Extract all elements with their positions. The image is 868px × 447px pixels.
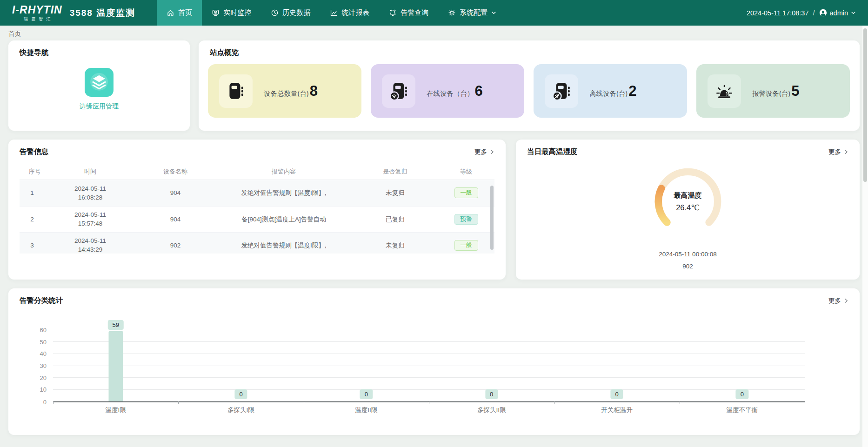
stat-label: 报警设备(台) [752, 89, 790, 98]
max-temp-more-link[interactable]: 更多 [828, 148, 848, 156]
top-navbar: I-RHYTIN 瑞霆智汇 3588 温度监测 首页实时监控历史数据统计报表告警… [0, 0, 868, 26]
x-axis-category-label: 多探头I限 [227, 406, 254, 414]
x-axis-category-label: 温度II限 [355, 406, 377, 414]
x-axis-category-label: 开关柜温升 [601, 406, 633, 414]
stat-value: 5 [791, 84, 799, 98]
column-header: 序号 [20, 163, 45, 180]
gauge-device: 902 [516, 263, 860, 270]
stat-card-device-online: 在线设备（台）6 [371, 64, 524, 118]
layers-icon [85, 68, 114, 97]
max-temp-more-label: 更多 [828, 148, 841, 156]
logo-text-cn: 瑞霆智汇 [12, 17, 62, 21]
device-offline-icon [545, 74, 578, 108]
row-top: 快捷导航 边缘应用管理 站点概览 设备总数量(台)8在线设备（台）6离线设备(台… [8, 40, 860, 131]
user-menu[interactable]: admin [819, 9, 856, 17]
stat-card-device: 设备总数量(台)8 [208, 64, 361, 118]
x-axis-category-label: 多探头II限 [477, 406, 506, 414]
main-content: 快捷导航 边缘应用管理 站点概览 设备总数量(台)8在线设备（台）6离线设备(台… [0, 40, 868, 435]
bar-value-label: 0 [610, 389, 623, 399]
nav-item-label: 历史数据 [282, 8, 310, 17]
main-nav: 首页实时监控历史数据统计报表告警查询系统配置 [157, 0, 506, 26]
edge-app-label: 边缘应用管理 [80, 102, 119, 111]
alarm-info-title: 告警信息 [20, 147, 48, 157]
site-overview-title: 站点概览 [210, 48, 239, 58]
y-axis-tick-label: 30 [40, 362, 47, 369]
table-scrollbar-thumb[interactable] [490, 186, 494, 250]
navbar-right: 2024-05-11 17:08:37 / admin [747, 9, 856, 17]
column-header: 等级 [438, 163, 494, 180]
report-icon [330, 9, 338, 17]
chevron-down-icon [851, 10, 856, 15]
bar-value-label: 0 [360, 389, 373, 399]
stat-value: 6 [475, 84, 483, 98]
nav-item-label: 首页 [178, 8, 192, 17]
x-axis-tick [304, 401, 304, 404]
alarm-stats-title: 告警分类统计 [20, 296, 63, 306]
nav-item-gear[interactable]: 系统配置 [438, 0, 506, 26]
chevron-right-icon [843, 149, 848, 154]
camera-icon [212, 9, 220, 17]
y-axis-tick-label: 40 [40, 350, 47, 357]
level-badge: 一般 [454, 187, 478, 198]
level-badge: 预警 [454, 214, 478, 225]
y-axis-tick-label: 0 [43, 399, 47, 406]
column-header: 设备名称 [136, 163, 215, 180]
dashboard-page: I-RHYTIN 瑞霆智汇 3588 温度监测 首页实时监控历史数据统计报表告警… [0, 0, 868, 447]
user-avatar-icon [819, 9, 827, 17]
x-axis-category-label: 温度I限 [106, 406, 126, 414]
alarm-more-link[interactable]: 更多 [474, 148, 494, 156]
quick-nav-card: 快捷导航 边缘应用管理 [8, 40, 190, 131]
level-badge: 一般 [454, 240, 478, 251]
datetime-text: 2024-05-11 17:08:37 [747, 9, 809, 17]
nav-item-clock[interactable]: 历史数据 [261, 0, 320, 26]
gridline [53, 377, 805, 378]
app-title: 3588 温度监测 [70, 7, 136, 19]
nav-item-home[interactable]: 首页 [157, 0, 202, 26]
nav-item-report[interactable]: 统计报表 [320, 0, 379, 26]
edge-app-launcher[interactable]: 边缘应用管理 [8, 68, 190, 111]
alarm-info-card: 告警信息 更多 序号时间设备名称报警内容是否复归等级 12024-05-1116… [8, 140, 506, 280]
alarm-row: 22024-05-1115:57:48904备[904]测点[温度上A]告警自动… [20, 206, 494, 232]
chevron-down-icon [491, 10, 496, 15]
y-axis-tick-label: 10 [40, 386, 47, 393]
page-scrollbar[interactable] [862, 26, 868, 447]
nav-item-bell[interactable]: 告警查询 [379, 0, 438, 26]
page-scrollbar-thumb[interactable] [863, 28, 867, 182]
device-icon [219, 74, 253, 108]
alarm-stats-more-label: 更多 [828, 297, 841, 305]
home-icon [167, 9, 174, 17]
alarm-stats-card: 告警分类统计 更多 010203040506059温度I限0多探头I限0温度II… [8, 288, 860, 435]
stat-label: 离线设备(台) [589, 89, 628, 98]
gauge-label: 最高温度 [674, 191, 702, 200]
column-header: 是否复归 [353, 163, 438, 180]
stat-text: 在线设备（台）6 [427, 84, 483, 98]
breadcrumb: 首页 [0, 26, 868, 40]
stat-label: 设备总数量(台) [264, 89, 309, 98]
gridline [53, 330, 805, 330]
stat-label: 在线设备（台） [427, 89, 474, 98]
alarm-more-label: 更多 [474, 148, 487, 156]
x-axis-tick [680, 401, 680, 404]
clock-icon [271, 9, 279, 17]
x-axis-tick [178, 401, 179, 404]
nav-item-camera[interactable]: 实时监控 [202, 0, 261, 26]
y-axis-tick-label: 60 [40, 327, 47, 334]
user-name: admin [830, 9, 848, 17]
stat-value: 8 [310, 84, 318, 98]
x-axis-category-label: 温度不平衡 [727, 406, 758, 414]
stat-card-siren: 报警设备(台)5 [696, 64, 850, 118]
gridline [53, 341, 805, 342]
quick-nav-title: 快捷导航 [20, 48, 48, 58]
site-overview-card: 站点概览 设备总数量(台)8在线设备（台）6离线设备(台)2报警设备(台)5 [199, 40, 860, 131]
column-header: 报警内容 [215, 163, 353, 180]
y-axis-tick-label: 20 [40, 374, 47, 381]
column-header: 时间 [45, 163, 136, 180]
x-axis-tick [554, 401, 554, 404]
alarm-table-header: 序号时间设备名称报警内容是否复归等级 [20, 163, 494, 180]
bar-温度I限 [108, 331, 123, 401]
gridline [53, 389, 805, 390]
nav-item-label: 告警查询 [401, 8, 428, 17]
alarm-table-body: 12024-05-1116:08:28904发绝对值告警规则【温度I限】,未复归… [20, 180, 494, 254]
bar-value-label: 0 [234, 389, 247, 399]
alarm-stats-more-link[interactable]: 更多 [828, 297, 848, 305]
